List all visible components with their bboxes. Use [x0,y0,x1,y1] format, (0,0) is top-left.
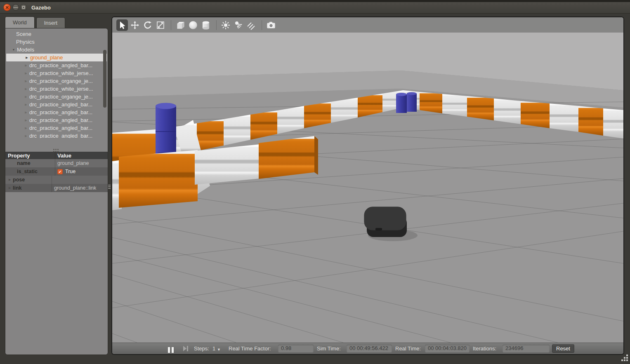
scale-tool-button[interactable] [155,19,166,31]
tree-item-scene[interactable]: Scene [5,30,108,38]
blue-barrel-pair[interactable] [396,92,417,113]
toolbar-separator [171,20,171,30]
tree-item-model[interactable]: ▶drc_practice_angled_bar... [5,101,108,108]
maximize-icon [22,6,25,9]
property-row-pose[interactable]: ▶ pose [5,176,108,184]
tree-item-model[interactable]: ▶drc_practice_white_jerse... [5,85,108,93]
tree-item-ground-plane[interactable]: ▶ground_plane [6,54,107,61]
property-table-header: Property Value [5,152,108,159]
tree-item-model[interactable]: ▶drc_practice_angled_bar... [5,132,108,138]
translate-tool-button[interactable] [129,19,141,31]
scene-canvas[interactable] [112,33,623,343]
iterations-label: Iterations: [473,343,496,354]
point-light-button[interactable] [220,19,231,31]
sim-time-field[interactable]: 00 00:49:56.422 [347,345,392,352]
expand-icon[interactable]: ▶ [23,103,29,106]
property-row-name[interactable]: name ground_plane [5,159,108,167]
rotate-tool-button[interactable] [142,19,153,31]
tab-insert[interactable]: Insert [36,17,66,28]
world-panel: Scene Physics ▼Models ▶ground_plane ▶drc… [5,28,108,355]
insert-box-button[interactable] [175,19,186,31]
expand-icon[interactable]: ▶ [23,87,29,91]
tree-item-physics[interactable]: Physics [5,38,108,46]
window-resize-grip[interactable] [621,354,629,364]
insert-cylinder-button[interactable] [200,19,212,31]
toolbar-separator [262,20,262,30]
expand-icon[interactable]: ▶ [23,111,29,114]
maximize-button[interactable] [20,4,27,11]
step-icon [182,343,189,354]
window-title: Gazebo [31,5,51,11]
expand-icon[interactable]: ▶ [23,119,29,122]
tree-item-models[interactable]: ▼Models [5,46,108,54]
property-table: Property Value name ground_plane is_stat… [5,152,108,192]
spot-light-button[interactable] [233,19,244,31]
select-tool-button[interactable] [116,19,128,31]
insert-sphere-button[interactable] [187,19,199,31]
steps-value[interactable]: 1 [212,343,215,354]
tree-item-model[interactable]: ▶drc_practice_white_jerse... [5,69,108,77]
tree-item-model[interactable]: ▶drc_practice_angled_bar... [5,124,108,132]
expand-icon[interactable]: ▶ [5,186,13,190]
expand-icon[interactable]: ▶ [24,56,30,59]
cursor-icon [117,20,127,30]
expand-icon[interactable]: ▶ [23,127,29,130]
sim-time-label: Sim Time: [317,343,341,354]
pause-button[interactable] [167,345,175,355]
gazebo-window: ✕ — Gazebo World Insert Scene Physics ▼M… [0,0,630,364]
close-button[interactable]: ✕ [3,4,11,11]
viewport-toolbar [112,17,623,33]
reset-button[interactable]: Reset [552,344,574,353]
toolbar-separator [216,20,217,30]
steps-label: Steps: [194,343,209,354]
property-row-is-static[interactable]: is_static ✔True [5,167,108,176]
expand-icon[interactable]: ▶ [23,72,29,75]
rtf-label: Real Time Factor: [229,343,271,354]
checkbox-checked-icon[interactable]: ✔ [57,169,63,174]
expand-icon[interactable]: ▶ [23,64,29,67]
spot-light-icon [234,20,243,30]
tree-item-model[interactable]: ▶drc_practice_angled_bar... [5,108,108,116]
titlebar[interactable]: ✕ — Gazebo [0,2,630,14]
cylinder-icon [201,20,211,31]
step-button[interactable] [182,343,189,355]
rtf-field[interactable]: 0.98 [278,345,314,352]
tree-item-model[interactable]: ▶drc_practice_organge_je... [5,77,108,85]
scale-icon [156,20,165,30]
steps-dropdown-icon[interactable]: ▼ [217,344,221,355]
model-tree: Scene Physics ▼Models ▶ground_plane ▶drc… [5,30,108,138]
screenshot-button[interactable] [265,19,277,31]
tab-world[interactable]: World [5,16,35,28]
sphere-icon [188,20,198,31]
expand-icon[interactable]: ▶ [23,80,29,83]
property-row-link[interactable]: ▶ link ground_plane::link [5,184,108,192]
real-time-label: Real Time: [395,343,421,354]
expand-icon[interactable]: ▶ [23,134,29,138]
render-viewport: Steps: 1 ▼ Real Time Factor: 0.98 Sim Ti… [111,16,624,355]
directional-light-icon [246,20,256,30]
expand-icon[interactable]: ▶ [23,95,29,99]
collapse-icon[interactable]: ▼ [10,48,17,51]
expand-icon[interactable]: ▶ [5,178,13,181]
real-time-field[interactable]: 00 00:04:03.820 [425,345,470,352]
tree-item-model[interactable]: ▶drc_practice_angled_bar... [5,116,108,124]
camera-icon [266,20,276,31]
panel-resize-handle[interactable] [108,184,111,190]
blue-cylinder-stack[interactable] [156,103,176,157]
panel-tabs: World Insert [5,16,67,28]
left-panel: World Insert Scene Physics ▼Models ▶grou… [5,16,108,355]
tree-item-model[interactable]: ▶drc_practice_angled_bar... [5,61,108,69]
iterations-field[interactable]: 234696 [503,345,550,352]
tree-item-model[interactable]: ▶drc_practice_organge_je... [5,93,108,101]
rotate-icon [143,20,153,30]
simulation-statusbar: Steps: 1 ▼ Real Time Factor: 0.98 Sim Ti… [112,343,623,354]
box-icon [175,20,186,31]
directional-light-button[interactable] [245,19,257,31]
minimize-button[interactable]: — [12,4,19,11]
translate-icon [130,20,140,30]
tree-scrollbar[interactable] [103,50,106,108]
point-light-icon [221,20,231,30]
